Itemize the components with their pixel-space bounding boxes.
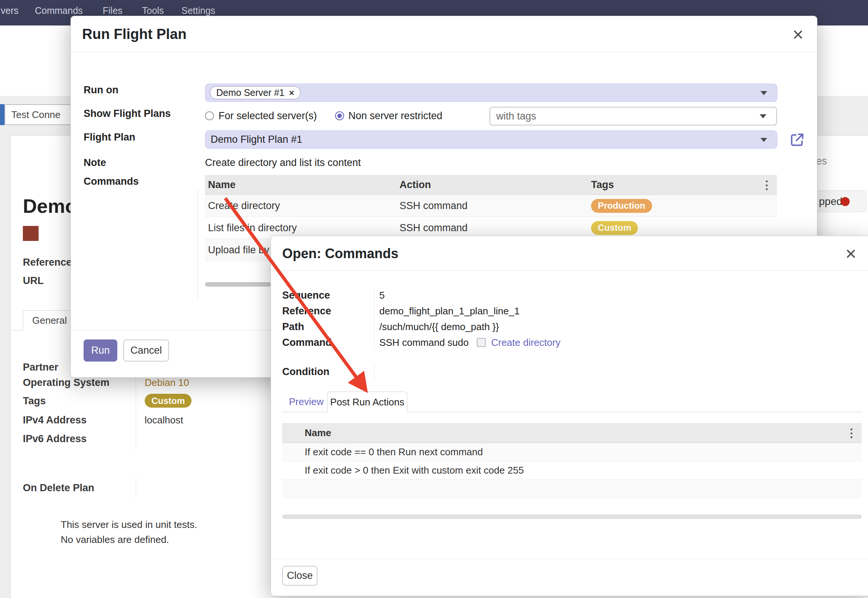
flight-plan-label: Flight Plan — [84, 130, 135, 145]
radio-selected-servers[interactable] — [205, 111, 214, 120]
command-checkbox[interactable] — [477, 338, 486, 347]
command-value-row: SSH command sudo Create directory — [379, 335, 560, 350]
commands-modal-header: Open: Commands × — [271, 236, 868, 271]
condition-separator — [374, 363, 374, 380]
with-tags-value: with tags — [496, 111, 536, 122]
edit-button-partial[interactable] — [0, 104, 4, 125]
dropdown-caret-icon[interactable] — [760, 114, 766, 118]
test-connection-button[interactable]: Test Conne — [4, 104, 72, 125]
column-options-icon[interactable]: ⋮ — [761, 178, 772, 191]
form-divider-2 — [136, 477, 136, 498]
tag-badge-custom: Custom — [145, 394, 192, 408]
sequence-value: 5 — [379, 287, 385, 303]
plan-note-value: Create directory and list its content — [205, 155, 361, 170]
screen: vers Commands Files Tools Settings Test … — [0, 0, 868, 598]
row-name: Create directory — [205, 200, 397, 212]
no-variables-note: No variables are defined. — [61, 532, 169, 547]
radio-non-server-restricted[interactable] — [335, 111, 344, 120]
on-delete-plan-label: On Delete Plan — [23, 480, 94, 495]
flight-plan-select[interactable]: Demo Flight Plan #1 — [205, 130, 777, 149]
with-tags-select[interactable]: with tags — [489, 107, 777, 126]
status-red-dot-icon — [841, 197, 850, 206]
table-row[interactable]: If exit code == 0 then Run next command — [282, 443, 862, 461]
tags-label: Tags — [23, 393, 46, 408]
post-run-actions-table: Name ⋮ If exit code == 0 then Run next c… — [282, 423, 862, 498]
sequence-label: Sequence — [282, 287, 330, 303]
unit-test-note: This server is used in unit tests. — [61, 517, 197, 532]
tab-preview[interactable]: Preview — [289, 392, 323, 411]
run-on-field[interactable]: Demo Server #1 × — [205, 84, 777, 102]
command-value: SSH command sudo — [379, 337, 468, 348]
ipv4-value: localhost — [145, 413, 183, 428]
tag-badge-custom: Custom — [591, 221, 638, 235]
color-swatch[interactable] — [23, 226, 39, 241]
show-flight-plans-label: Show Flight Plans — [84, 106, 171, 121]
command-label: Command — [282, 335, 332, 350]
reference-value: demo_flight_plan_1_plan_line_1 — [379, 303, 519, 319]
cancel-button[interactable]: Cancel — [123, 339, 169, 362]
reference-label: Reference — [282, 303, 331, 319]
col-name: Name — [205, 179, 397, 191]
col-tags: Tags — [588, 179, 777, 191]
modal-footer-divider — [271, 559, 868, 559]
tag-badge-production: Production — [591, 199, 652, 213]
external-link-icon[interactable] — [789, 132, 805, 148]
condition-label: Condition — [282, 364, 329, 380]
row-action: SSH command — [397, 222, 588, 234]
path-label: Path — [282, 319, 304, 335]
right-text-partial: es — [816, 154, 827, 168]
server-tag-chip: Demo Server #1 × — [210, 86, 301, 99]
row-action: SSH command — [397, 200, 588, 212]
row-name: If exit code > 0 then Exit with custom e… — [305, 465, 862, 476]
dropdown-caret-icon[interactable] — [760, 138, 767, 142]
table-row-empty — [282, 480, 862, 498]
run-modal-title: Run Flight Plan — [82, 16, 187, 52]
server-scope-radio-group: For selected server(s) Non server restri… — [205, 108, 442, 123]
tab-post-run-actions[interactable]: Post Run Actions — [327, 392, 407, 412]
field-separator — [374, 289, 374, 351]
run-modal-header: Run Flight Plan × — [71, 16, 817, 52]
commands-label: Commands — [84, 174, 139, 189]
create-directory-link[interactable]: Create directory — [491, 337, 560, 348]
row-name: If exit code == 0 then Run next command — [305, 446, 862, 458]
form-separator — [198, 189, 198, 299]
close-button[interactable]: Close — [282, 566, 317, 586]
partner-label: Partner — [23, 360, 58, 375]
radio-non-server-restricted-label: Non server restricted — [349, 110, 443, 122]
path-value: /such/much/{{ demo_path }} — [379, 319, 499, 335]
flight-plan-value: Demo Flight Plan #1 — [211, 134, 302, 145]
server-title-partial: Demo — [23, 195, 77, 217]
status-text-partial: pped — [819, 191, 842, 212]
table-row[interactable]: Create directory SSH command Production — [205, 195, 777, 217]
horizontal-scrollbar[interactable] — [282, 514, 862, 519]
remove-tag-icon[interactable]: × — [289, 88, 294, 97]
table-row[interactable]: If exit code > 0 then Exit with custom e… — [282, 461, 862, 480]
commands-modal-title: Open: Commands — [282, 236, 398, 271]
column-options-icon[interactable]: ⋮ — [846, 426, 857, 440]
url-label: URL — [23, 273, 44, 288]
close-icon[interactable]: × — [846, 244, 856, 263]
reference-label: Reference — [23, 255, 72, 270]
menu-servers-partial[interactable]: vers — [1, 0, 18, 21]
col-name: Name — [305, 427, 862, 439]
radio-selected-servers-label: For selected server(s) — [218, 110, 317, 122]
run-on-label: Run on — [84, 82, 118, 97]
ipv4-label: IPv4 Address — [23, 413, 87, 428]
row-name: List files in directory — [205, 222, 397, 234]
server-tag-label: Demo Server #1 — [216, 87, 284, 98]
horizontal-scrollbar[interactable] — [205, 282, 271, 287]
close-icon[interactable]: × — [793, 25, 804, 44]
ipv6-label: IPv6 Address — [23, 431, 87, 446]
open-commands-modal: Open: Commands × Sequence 5 Reference de… — [271, 236, 868, 596]
commands-table-header: Name Action Tags ⋮ — [205, 175, 777, 195]
run-button[interactable]: Run — [84, 339, 117, 362]
col-action: Action — [397, 179, 588, 191]
note-label: Note — [84, 155, 106, 170]
dropdown-caret-icon[interactable] — [760, 91, 767, 95]
post-run-table-header: Name ⋮ — [282, 423, 862, 443]
